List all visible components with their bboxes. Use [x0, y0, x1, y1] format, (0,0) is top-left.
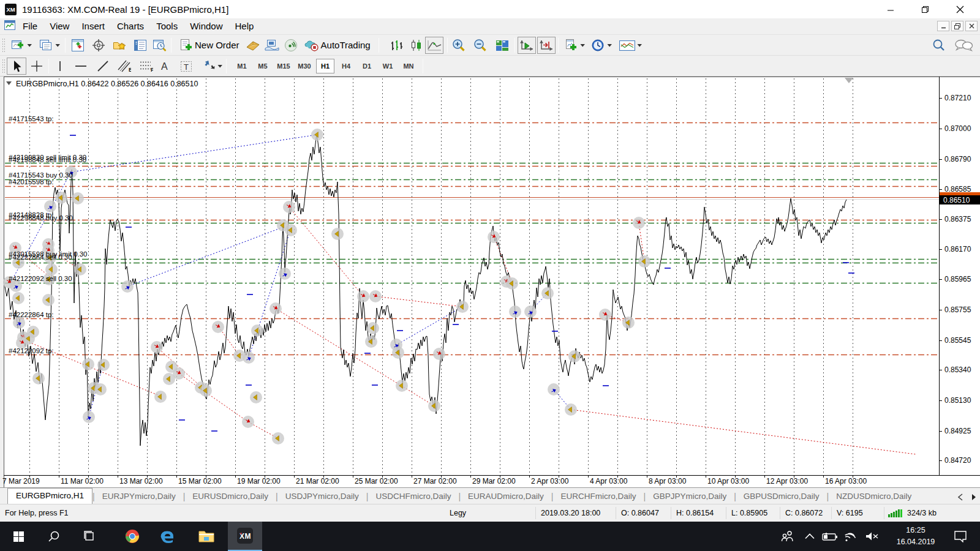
- profiles-button[interactable]: [36, 37, 64, 54]
- close-marker: [622, 317, 635, 329]
- wifi-icon[interactable]: [840, 522, 860, 551]
- indicators-button[interactable]: [564, 37, 586, 54]
- text-button[interactable]: A: [159, 58, 170, 75]
- close-button[interactable]: [943, 0, 978, 18]
- market-watch-button[interactable]: [69, 37, 87, 54]
- sell-marker: [488, 231, 500, 243]
- volume-muted-icon[interactable]: [860, 522, 884, 551]
- terminal-button[interactable]: [131, 37, 149, 54]
- navigator-button[interactable]: [110, 37, 129, 54]
- timeframe-d1[interactable]: D1: [358, 59, 376, 73]
- start-button[interactable]: [4, 522, 32, 551]
- action-center-icon[interactable]: [947, 522, 974, 551]
- data-window-button[interactable]: [89, 37, 108, 54]
- timeframe-m1[interactable]: M1: [233, 59, 251, 73]
- chart-tab-gbpjpymicro[interactable]: GBPJPYmicro,Daily: [646, 489, 734, 504]
- child-restore-button[interactable]: [951, 21, 963, 31]
- search-icon[interactable]: [931, 37, 947, 54]
- timeframe-h1[interactable]: H1: [316, 59, 334, 73]
- new-chart-button[interactable]: [7, 37, 36, 54]
- candlestick-button[interactable]: [409, 37, 424, 54]
- chart-tab-euraudmicro[interactable]: EURAUDmicro,Daily: [461, 489, 551, 504]
- tabs-scroll-right-icon[interactable]: [971, 493, 976, 501]
- close-marker: [72, 192, 84, 204]
- fibonacci-button[interactable]: F: [138, 58, 154, 75]
- buy-marker: [509, 305, 521, 318]
- chart-background[interactable]: [4, 77, 980, 487]
- text-label-button[interactable]: T: [179, 58, 192, 75]
- tray-chevron-icon[interactable]: [800, 522, 820, 551]
- menu-window[interactable]: Window: [184, 18, 228, 34]
- chart-tab-gbpusdmicro[interactable]: GBPUSDmicro,Daily: [736, 489, 827, 504]
- timeframe-m5[interactable]: M5: [254, 59, 272, 73]
- timeframe-mn[interactable]: MN: [399, 59, 418, 73]
- close-marker: [541, 287, 554, 299]
- crosshair-button[interactable]: [29, 58, 44, 75]
- tabs-scroll-left-icon[interactable]: [958, 493, 963, 501]
- toolbar-grip[interactable]: [1, 37, 6, 53]
- menu-help[interactable]: Help: [229, 18, 260, 34]
- child-close-button[interactable]: [965, 21, 978, 31]
- chrome-icon[interactable]: [118, 522, 146, 551]
- taskbar-search-icon[interactable]: [40, 522, 68, 551]
- periods-button[interactable]: [590, 37, 613, 54]
- child-minimize-button[interactable]: [937, 21, 949, 31]
- strategy-tester-button[interactable]: [151, 37, 169, 54]
- menu-charts[interactable]: Charts: [111, 18, 150, 34]
- menu-view[interactable]: View: [43, 18, 75, 34]
- chart-tab-usdchfmicro[interactable]: USDCHFmicro,Daily: [368, 489, 458, 504]
- zoom-in-button[interactable]: [450, 37, 467, 54]
- timeframe-w1[interactable]: W1: [379, 59, 397, 73]
- restore-button[interactable]: [908, 0, 943, 18]
- time-tick-label: 4 Apr 03:00: [590, 477, 628, 485]
- time-tick-label: 2 Apr 03:00: [531, 477, 569, 485]
- arrows-button[interactable]: [202, 58, 223, 75]
- zoom-out-button[interactable]: [472, 37, 489, 54]
- autotrading-button[interactable]: AutoTrading: [303, 37, 374, 54]
- battery-icon[interactable]: [820, 522, 840, 551]
- minimize-button[interactable]: [873, 0, 908, 18]
- menu-file[interactable]: File: [17, 18, 43, 34]
- timeframe-m30[interactable]: M30: [295, 59, 314, 73]
- chart-tab-eurgbpmicro[interactable]: EURGBPmicro,H1: [7, 488, 92, 504]
- edge-icon[interactable]: [153, 522, 181, 551]
- metaquotes-button[interactable]: [263, 37, 281, 54]
- bar-chart-button[interactable]: [389, 37, 406, 54]
- people-icon[interactable]: [775, 522, 800, 551]
- timeframe-m15[interactable]: M15: [274, 59, 293, 73]
- chart-tab-eurchfmicro[interactable]: EURCHFmicro,Daily: [553, 489, 643, 504]
- chart-tab-nzdusdmicro[interactable]: NZDUSDmicro,Daily: [829, 489, 919, 504]
- time-tick-label: 27 Mar 02:00: [413, 477, 457, 485]
- tray-clock[interactable]: 16:25 16.04.2019: [892, 525, 940, 549]
- window-title: 19116363: XM.COM-Real 19 - [EURGBPmicro,…: [22, 4, 228, 15]
- chart-window[interactable]: #41715543 tp:#42190830 sell limit 0.30#4…: [0, 77, 980, 504]
- tile-windows-button[interactable]: [494, 37, 511, 54]
- channel-button[interactable]: E: [116, 58, 132, 75]
- toolbar-grip2[interactable]: [1, 58, 6, 74]
- auto-scroll-button[interactable]: [518, 37, 536, 54]
- trendline-button[interactable]: [96, 58, 109, 75]
- price-tick-label: 0.87210: [944, 94, 971, 102]
- price-tick-label: 0.84925: [944, 427, 971, 435]
- vline-button[interactable]: [54, 58, 66, 75]
- hline-button[interactable]: [74, 58, 87, 75]
- templates-button[interactable]: [618, 37, 644, 54]
- chart-tab-eurjpymicro[interactable]: EURJPYmicro,Daily: [95, 489, 183, 504]
- menu-insert[interactable]: Insert: [75, 18, 111, 34]
- timeframe-h4[interactable]: H4: [337, 59, 355, 73]
- chart-shift-button[interactable]: [537, 37, 556, 54]
- metaeditor-button[interactable]: [244, 37, 262, 54]
- clock-date: 16.04.2019: [892, 536, 940, 548]
- new-order-button[interactable]: New Order: [178, 37, 243, 54]
- menu-tools[interactable]: Tools: [150, 18, 184, 34]
- task-view-icon[interactable]: [75, 522, 104, 551]
- file-explorer-icon[interactable]: [192, 522, 221, 551]
- line-chart-button[interactable]: [425, 37, 443, 54]
- chart-tab-usdjpymicro[interactable]: USDJPYmicro,Daily: [278, 489, 366, 504]
- cursor-button[interactable]: [7, 58, 26, 75]
- taskbar-xm-app[interactable]: XM: [228, 522, 262, 551]
- status-volume: V: 6195: [832, 507, 884, 519]
- chat-icon[interactable]: [953, 37, 974, 54]
- broadcast-button[interactable]: [282, 37, 300, 54]
- chart-tab-eurusdmicro[interactable]: EURUSDmicro,Daily: [185, 489, 276, 504]
